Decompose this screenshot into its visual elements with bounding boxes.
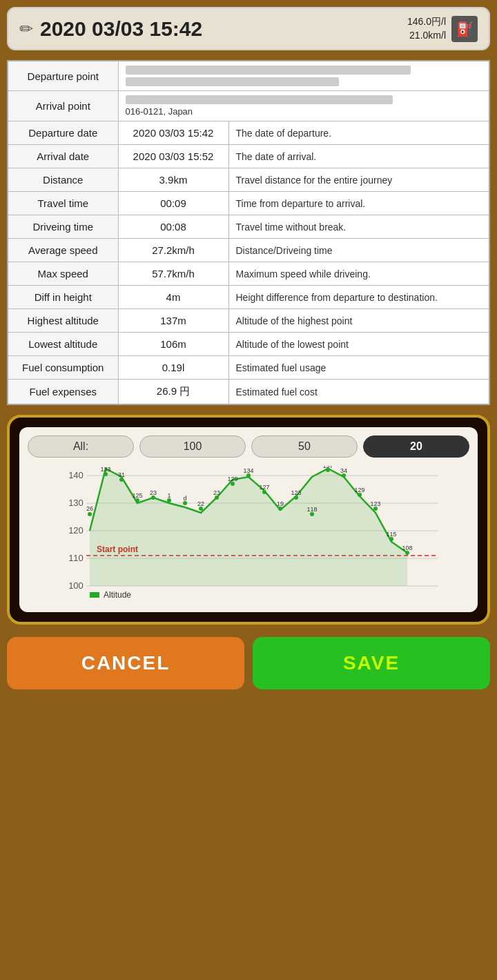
row-value: 4m <box>118 286 228 309</box>
row-label: Driveing time <box>8 215 118 239</box>
row-value: 00:08 <box>118 215 228 239</box>
table-row: Average speed 27.2km/h Distance/Driveing… <box>8 239 489 262</box>
row-value: 27.2km/h <box>118 239 228 262</box>
chart-tab-100[interactable]: 100 <box>139 435 246 458</box>
table-row: Highest altitude 137m Altitude of the hi… <box>8 309 489 333</box>
table-row: Lowest altitude 106m Altitude of the low… <box>8 333 489 356</box>
svg-point-13 <box>88 512 92 516</box>
row-desc: Height difference from departure to dest… <box>228 286 489 309</box>
svg-text:133: 133 <box>100 466 110 473</box>
svg-text:19: 19 <box>277 500 284 507</box>
row-desc: Maximum speed while driveing. <box>228 262 489 286</box>
save-button[interactable]: SAVE <box>253 637 490 689</box>
svg-text:120: 120 <box>68 525 84 536</box>
row-value: 2020 03/03 15:52 <box>118 145 228 168</box>
row-label: Diff in height <box>8 286 118 309</box>
svg-text:123: 123 <box>370 500 380 507</box>
row-desc: Travel time without break. <box>228 215 489 239</box>
chart-inner: All: 100 50 20 140 130 120 110 100 <box>19 427 478 612</box>
row-label: Highest altitude <box>8 309 118 333</box>
chart-tab-20[interactable]: 20 <box>363 435 469 458</box>
fuel-details: 146.0円/l 21.0km/l <box>407 15 446 42</box>
trip-data-table: Departure point Arrival point 016-0121, … <box>7 60 490 405</box>
svg-text:123: 123 <box>291 489 301 496</box>
altitude-chart-container: All: 100 50 20 140 130 120 110 100 <box>7 415 490 625</box>
svg-text:d: d <box>183 495 186 502</box>
svg-text:134: 134 <box>243 467 253 474</box>
arrival-point-label: Arrival point <box>8 91 118 121</box>
row-label: Distance <box>8 168 118 192</box>
row-label: Fuel consumption <box>8 356 118 380</box>
fuel-info: 146.0円/l 21.0km/l ⛽ <box>407 15 478 42</box>
row-value: 0.19l <box>118 356 228 380</box>
svg-text:110: 110 <box>68 553 84 563</box>
svg-text:137: 137 <box>322 466 333 469</box>
chart-tabs[interactable]: All: 100 50 20 <box>28 435 469 458</box>
table-row: Max speed 57.7km/h Maximum speed while d… <box>8 262 489 286</box>
cancel-button[interactable]: CANCEL <box>7 637 244 689</box>
svg-text:118: 118 <box>306 506 317 513</box>
table-row: Fuel consumption 0.19l Estimated fuel us… <box>8 356 489 380</box>
svg-text:125: 125 <box>132 492 142 499</box>
row-desc: Altitude of the highest point <box>228 309 489 333</box>
row-desc: Travel distance for the entire journey <box>228 168 489 192</box>
svg-rect-55 <box>90 592 99 598</box>
table-row: Diff in height 4m Height difference from… <box>8 286 489 309</box>
svg-text:129: 129 <box>227 476 237 482</box>
row-value: 2020 03/03 15:42 <box>118 121 228 145</box>
header-bar: ✏ 2020 03/03 15:42 146.0円/l 21.0km/l ⛽ <box>7 7 490 50</box>
svg-text:130: 130 <box>68 498 84 508</box>
row-desc: The date of arrival. <box>228 145 489 168</box>
svg-text:140: 140 <box>68 470 84 480</box>
arrival-sub-text: 016-0121, Japan <box>126 106 483 117</box>
svg-text:Altitude: Altitude <box>104 590 131 600</box>
departure-point-row: Departure point <box>8 61 489 91</box>
row-value: 00:09 <box>118 192 228 215</box>
row-label: Travel time <box>8 192 118 215</box>
row-desc: The date of departure. <box>228 121 489 145</box>
row-desc: Time from departure to arrival. <box>228 192 489 215</box>
bottom-buttons: CANCEL SAVE <box>7 637 490 689</box>
table-row: Departure date 2020 03/03 15:42 The date… <box>8 121 489 145</box>
svg-text:22: 22 <box>197 500 204 507</box>
row-label: Fuel expenses <box>8 380 118 405</box>
table-row: Distance 3.9km Travel distance for the e… <box>8 168 489 192</box>
fuel-efficiency: 21.0km/l <box>409 30 446 41</box>
row-label: Departure date <box>8 121 118 145</box>
svg-text:26: 26 <box>86 505 93 512</box>
departure-point-label: Departure point <box>8 61 118 91</box>
chart-tab-all[interactable]: All: <box>28 435 134 458</box>
svg-text:127: 127 <box>259 484 269 491</box>
arrival-point-value: 016-0121, Japan <box>118 91 489 121</box>
table-row: Travel time 00:09 Time from departure to… <box>8 192 489 215</box>
row-label: Max speed <box>8 262 118 286</box>
row-desc: Estimated fuel usage <box>228 356 489 380</box>
header-title: ✏ 2020 03/03 15:42 <box>19 17 202 41</box>
row-label: Average speed <box>8 239 118 262</box>
row-label: Arrival date <box>8 145 118 168</box>
altitude-chart: 140 130 120 110 100 Start point <box>28 466 469 604</box>
chart-tab-50[interactable]: 50 <box>251 435 358 458</box>
row-label: Lowest altitude <box>8 333 118 356</box>
trip-title: 2020 03/03 15:42 <box>40 17 202 41</box>
row-value: 57.7km/h <box>118 262 228 286</box>
fuel-pump-icon: ⛽ <box>451 16 478 42</box>
svg-text:31: 31 <box>118 471 125 478</box>
svg-text:34: 34 <box>340 467 347 474</box>
svg-text:108: 108 <box>402 545 412 551</box>
table-row: Arrival date 2020 03/03 15:52 The date o… <box>8 145 489 168</box>
edit-icon: ✏ <box>19 19 33 39</box>
row-value: 3.9km <box>118 168 228 192</box>
fuel-price: 146.0円/l <box>407 16 446 27</box>
svg-text:23: 23 <box>213 489 220 496</box>
svg-text:129: 129 <box>354 487 364 493</box>
departure-point-value <box>118 61 489 91</box>
arrival-point-row: Arrival point 016-0121, Japan <box>8 91 489 121</box>
svg-text:115: 115 <box>386 531 396 538</box>
row-desc: Distance/Driveing time <box>228 239 489 262</box>
chart-svg: 140 130 120 110 100 Start point <box>28 466 469 604</box>
svg-text:100: 100 <box>68 580 84 591</box>
row-value: 26.9 円 <box>118 380 228 405</box>
row-value: 106m <box>118 333 228 356</box>
row-desc: Estimated fuel cost <box>228 380 489 405</box>
